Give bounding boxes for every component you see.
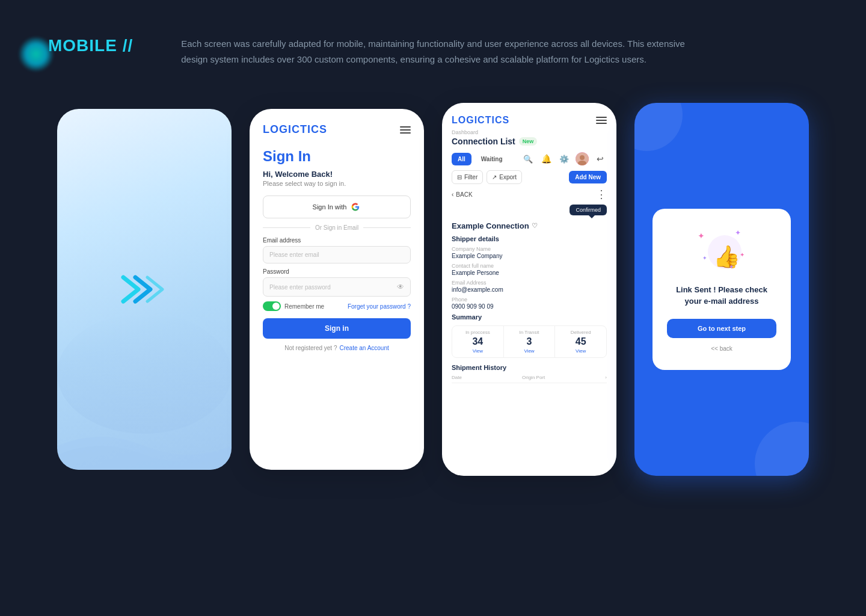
screen-splash (57, 109, 232, 470)
inprocess-label: In proccess (455, 330, 501, 335)
page-title-row: Connection List New (452, 137, 607, 146)
inprocess-cell: In proccess 34 View (452, 326, 504, 357)
tab-all[interactable]: All (452, 153, 471, 165)
svg-text:✦: ✦ (735, 229, 741, 237)
confirmed-badge: Confirmed (570, 205, 607, 215)
heart-icon[interactable]: ♡ (532, 222, 538, 230)
screen-connection-list: LOGICTICS Dashboard Connection List New … (442, 103, 616, 476)
col-date: Date (452, 375, 462, 380)
hamburger-menu[interactable] (400, 126, 411, 134)
register-row: Not registered yet ? Create an Account (263, 345, 411, 351)
more-options-icon[interactable]: ⋮ (596, 189, 607, 200)
password-input[interactable]: Please enter password 👁 (263, 277, 411, 297)
connection-list-title: Connection List (452, 137, 515, 146)
user-avatar[interactable] (576, 152, 589, 165)
hamburger-line-3 (400, 132, 411, 134)
shipment-header-row: Date Origin Port › (452, 375, 607, 383)
company-value: Example Company (452, 253, 607, 259)
breadcrumb: Dashboard (452, 129, 607, 135)
bell-icon[interactable]: 🔔 (539, 152, 553, 165)
s3-hamburger-line-2 (596, 120, 607, 121)
svg-text:👍: 👍 (713, 244, 740, 270)
email-label: Email address (263, 237, 411, 244)
screens-container: LOGICTICS Sign In Hi, Welcome Back! Plea… (0, 91, 866, 512)
wave-decoration (57, 410, 232, 470)
signin-button[interactable]: Sign in (263, 318, 411, 339)
google-signin-button[interactable]: Sign In with (263, 196, 411, 218)
intransit-view-link[interactable]: View (506, 348, 553, 354)
tabs-group: All Waiting (452, 153, 509, 165)
hamburger-line-1 (400, 126, 411, 128)
divider-line-right (363, 227, 411, 228)
next-step-button[interactable]: Go to next step (667, 319, 776, 338)
email-placeholder: Please enter email (269, 251, 319, 258)
signin-welcome: Hi, Welcome Back! (263, 170, 411, 179)
filter-icon: ⊟ (457, 174, 462, 180)
email-sent-card: 👍 ✦ ✦ ✦ ✦ ✦ Link Sent ! Please check you… (653, 209, 791, 369)
new-badge: New (519, 137, 538, 146)
toggle-knob (272, 303, 280, 310)
password-placeholder: Please enter password (269, 284, 331, 291)
arrow-logo-icon (120, 268, 168, 310)
delivered-label: Delivered (557, 330, 604, 335)
register-text: Not registered yet ? (284, 345, 337, 351)
search-icon[interactable]: 🔍 (521, 152, 535, 165)
back-row: ‹ BACK ⋮ (452, 189, 607, 200)
or-divider: Or Sign in Email (263, 224, 411, 231)
s3-hamburger-line-3 (596, 123, 607, 124)
settings-icon[interactable]: ⚙️ (557, 152, 571, 165)
delivered-cell: Delivered 45 View (555, 326, 606, 357)
thumbs-up-illustration: 👍 ✦ ✦ ✦ ✦ ✦ (692, 227, 752, 275)
forgot-password-link[interactable]: Forget your password ? (348, 303, 411, 310)
confirmed-badge-container: Confirmed (452, 203, 607, 218)
delivered-value: 45 (557, 336, 604, 347)
back-nav-icon[interactable]: ↩ (594, 152, 607, 165)
inprocess-value: 34 (455, 336, 501, 347)
signin-header: LOGICTICS (263, 123, 411, 136)
connection-list-inner: LOGICTICS Dashboard Connection List New … (442, 103, 616, 476)
s3-header: LOGICTICS (452, 115, 607, 126)
screen-email-sent: 👍 ✦ ✦ ✦ ✦ ✦ Link Sent ! Please check you… (634, 103, 809, 476)
delivered-view-link[interactable]: View (557, 348, 604, 354)
svg-text:✦: ✦ (740, 251, 745, 258)
email-input[interactable]: Please enter email (263, 246, 411, 263)
back-label: BACK (456, 191, 472, 198)
filter-button[interactable]: ⊟ Filter (452, 170, 483, 184)
signin-title: Sign In (263, 148, 411, 165)
page-title: MOBILE // (48, 36, 133, 55)
add-new-button[interactable]: Add New (569, 171, 607, 183)
header-icons: 🔍 🔔 ⚙️ ↩ (521, 152, 607, 165)
svg-text:✦: ✦ (729, 263, 734, 270)
shipper-section-label: Shipper details (452, 235, 607, 242)
google-icon (350, 202, 361, 212)
signin-subtitle: Please select way to sign in. (263, 180, 411, 187)
inprocess-view-link[interactable]: View (455, 348, 501, 354)
password-label: Password (263, 268, 411, 275)
eye-icon[interactable]: 👁 (397, 283, 404, 291)
avatar-image (576, 152, 589, 165)
filter-label: Filter (464, 174, 478, 180)
col-more: › (605, 375, 607, 380)
page-description: Each screen was carefully adapted for mo… (181, 36, 698, 67)
phone-label: Phone (452, 297, 607, 303)
connection-name-text: Example Connection (452, 221, 529, 230)
intransit-cell: In Transit 3 View (504, 326, 556, 357)
action-row: ⊟ Filter ↗ Export Add New (452, 170, 607, 184)
col-origin: Origin Port (522, 375, 545, 380)
create-account-link[interactable]: Create an Account (339, 345, 388, 351)
s3-logo-prefix: LOGIC (452, 115, 485, 125)
email-value: info@example.com (452, 286, 607, 293)
contact-value: Example Persone (452, 270, 607, 276)
s3-hamburger-menu[interactable] (596, 117, 607, 124)
back-link[interactable]: ‹ BACK (452, 191, 473, 198)
teal-orb-decoration (18, 36, 54, 72)
splash-logo (120, 268, 168, 310)
back-link-small[interactable]: << back (711, 345, 732, 352)
svg-point-1 (580, 155, 585, 160)
shipment-history-title: Shipment History (452, 364, 607, 371)
s3-hamburger-line-1 (596, 117, 607, 118)
remember-toggle[interactable] (263, 301, 281, 311)
s3-logo: LOGICTICS (452, 115, 509, 126)
tab-waiting[interactable]: Waiting (475, 153, 509, 165)
export-button[interactable]: ↗ Export (487, 170, 522, 184)
